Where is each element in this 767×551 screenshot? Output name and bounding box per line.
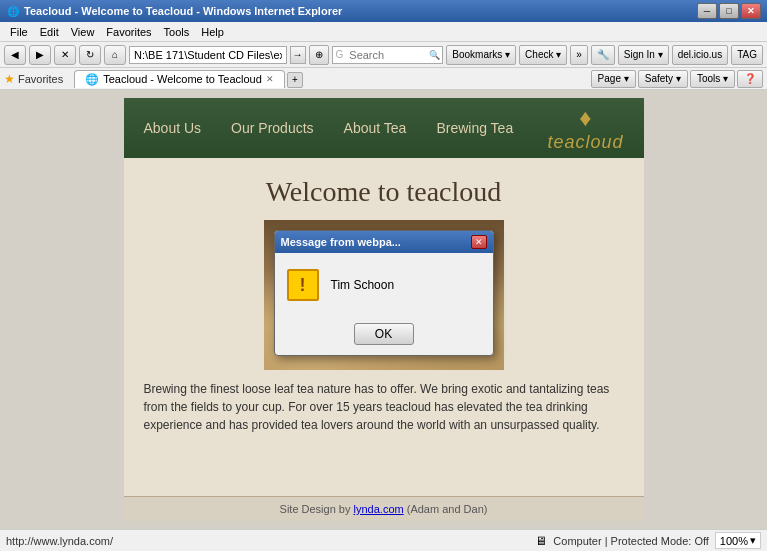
address-input[interactable] — [129, 46, 287, 64]
page-title: Welcome to teacloud — [144, 176, 624, 208]
logo-text: teacloud — [547, 132, 623, 153]
footer-prefix: Site Design by — [280, 503, 354, 515]
signin-button[interactable]: Sign In ▾ — [618, 45, 669, 65]
status-right: 🖥 Computer | Protected Mode: Off 100% ▾ — [535, 532, 761, 549]
dialog-message: Tim Schoon — [331, 278, 395, 292]
dialog-container: Message from webpa... ✕ ! Tim Schoon OK — [274, 230, 494, 356]
address-bar: ◀ ▶ ✕ ↻ ⌂ → ⊕ G 🔍 Bookmarks ▾ Check ▾ » … — [0, 42, 767, 68]
star-icon: ★ — [4, 72, 15, 86]
tab-close-icon[interactable]: ✕ — [266, 74, 274, 84]
status-bar: http://www.lynda.com/ 🖥 Computer | Prote… — [0, 529, 767, 551]
rss-button[interactable]: ⊕ — [309, 45, 329, 65]
warning-symbol: ! — [300, 275, 306, 296]
site-header: About Us Our Products About Tea Brewing … — [124, 98, 644, 158]
warning-icon: ! — [287, 269, 319, 301]
zoom-control[interactable]: 100% ▾ — [715, 532, 761, 549]
nav-about-us[interactable]: About Us — [144, 120, 202, 136]
refresh-button[interactable]: ↻ — [79, 45, 101, 65]
safety-button[interactable]: Safety ▾ — [638, 70, 688, 88]
delicious-button[interactable]: del.icio.us — [672, 45, 728, 65]
site-footer: Site Design by lynda.com (Adam and Dan) — [124, 496, 644, 521]
dialog-titlebar: Message from webpa... ✕ — [275, 231, 493, 253]
dialog-footer: OK — [275, 317, 493, 355]
dialog-close-button[interactable]: ✕ — [471, 235, 487, 249]
window-title: Teacloud - Welcome to Teacloud - Windows… — [24, 5, 697, 17]
restore-button[interactable]: □ — [719, 3, 739, 19]
logo-icon: ♦ — [579, 104, 591, 132]
dialog-title: Message from webpa... — [281, 236, 471, 248]
forward-button[interactable]: ▶ — [29, 45, 51, 65]
tools-button[interactable]: 🔧 — [591, 45, 615, 65]
favorites-label: ★ Favorites — [4, 72, 63, 86]
search-icon[interactable]: 🔍 — [426, 47, 442, 63]
favorites-toolbar: ★ Favorites 🌐 Teacloud - Welcome to Teac… — [0, 68, 767, 90]
nav-our-products[interactable]: Our Products — [231, 120, 313, 136]
page-content: Welcome to teacloud Message from webpa..… — [124, 158, 644, 496]
menu-file[interactable]: File — [4, 24, 34, 40]
status-url: http://www.lynda.com/ — [6, 535, 527, 547]
close-button[interactable]: ✕ — [741, 3, 761, 19]
more-button[interactable]: » — [570, 45, 588, 65]
browser-content: About Us Our Products About Tea Brewing … — [0, 90, 767, 529]
site-logo: ♦ teacloud — [547, 104, 623, 153]
zoom-level: 100% — [720, 535, 748, 547]
tab-teacloud[interactable]: 🌐 Teacloud - Welcome to Teacloud ✕ — [74, 70, 285, 88]
minimize-button[interactable]: ─ — [697, 3, 717, 19]
nav-about-tea[interactable]: About Tea — [344, 120, 407, 136]
tab-bar: 🌐 Teacloud - Welcome to Teacloud ✕ + — [74, 70, 303, 88]
tab-label: Teacloud - Welcome to Teacloud — [103, 73, 262, 85]
alert-dialog: Message from webpa... ✕ ! Tim Schoon OK — [274, 230, 494, 356]
zoom-chevron: ▾ — [750, 534, 756, 547]
help-button[interactable]: ❓ — [737, 70, 763, 88]
webpage: About Us Our Products About Tea Brewing … — [124, 98, 644, 521]
footer-link[interactable]: lynda.com — [354, 503, 404, 515]
footer-suffix: (Adam and Dan) — [404, 503, 488, 515]
tools2-button[interactable]: Tools ▾ — [690, 70, 735, 88]
tab-icon: 🌐 — [85, 73, 99, 86]
computer-icon: 🖥 — [535, 534, 547, 548]
favorites-text: Favorites — [18, 73, 63, 85]
new-tab-button[interactable]: + — [287, 72, 303, 88]
window-controls: ─ □ ✕ — [697, 3, 761, 19]
menu-tools[interactable]: Tools — [158, 24, 196, 40]
tag-button[interactable]: TAG — [731, 45, 763, 65]
ok-button[interactable]: OK — [354, 323, 414, 345]
home-button[interactable]: ⌂ — [104, 45, 126, 65]
search-logo: G — [333, 49, 347, 60]
search-box: G 🔍 — [332, 46, 444, 64]
menu-help[interactable]: Help — [195, 24, 230, 40]
stop-button[interactable]: ✕ — [54, 45, 76, 65]
dialog-body: ! Tim Schoon — [275, 253, 493, 317]
status-protected-mode: Computer | Protected Mode: Off — [553, 535, 709, 547]
menu-view[interactable]: View — [65, 24, 101, 40]
hero-section: Message from webpa... ✕ ! Tim Schoon OK — [264, 220, 504, 370]
menu-edit[interactable]: Edit — [34, 24, 65, 40]
go-button[interactable]: → — [290, 46, 306, 64]
page-button[interactable]: Page ▾ — [591, 70, 636, 88]
toolbar-right: Page ▾ Safety ▾ Tools ▾ ❓ — [591, 70, 763, 88]
bookmarks-button[interactable]: Bookmarks ▾ — [446, 45, 516, 65]
browser-icon: 🌐 — [6, 4, 20, 18]
menu-favorites[interactable]: Favorites — [100, 24, 157, 40]
back-button[interactable]: ◀ — [4, 45, 26, 65]
title-bar: 🌐 Teacloud - Welcome to Teacloud - Windo… — [0, 0, 767, 22]
nav-links: About Us Our Products About Tea Brewing … — [144, 120, 548, 136]
menu-bar: File Edit View Favorites Tools Help — [0, 22, 767, 42]
body-text: Brewing the finest loose leaf tea nature… — [144, 380, 624, 434]
search-input[interactable] — [346, 47, 426, 63]
nav-brewing-tea[interactable]: Brewing Tea — [436, 120, 513, 136]
check-button[interactable]: Check ▾ — [519, 45, 567, 65]
